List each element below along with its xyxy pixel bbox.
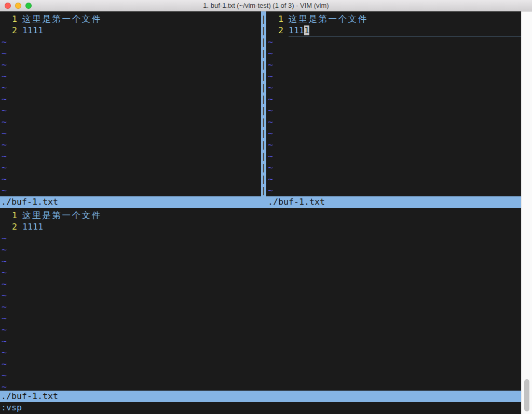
separator-glyph: | [261, 94, 266, 105]
tilde-fill: ~~~~~~~~~~~~~~ [266, 36, 521, 196]
separator-glyph: | [261, 173, 266, 185]
tilde-row: ~ [0, 244, 521, 256]
separator-glyph: | [261, 116, 266, 128]
minimize-button[interactable] [15, 3, 21, 9]
statusline-top-left-filename: ./buf-1.txt [0, 196, 266, 208]
line-number: 2 [266, 25, 283, 36]
pane-top-left[interactable]: 1 这里是第一个文件 2 1111 ~~~~~~~~~~~~~~ [0, 11, 261, 196]
line-text: 这里是第一个文件 [289, 14, 368, 25]
buffer-line: 2 1111 [0, 221, 521, 233]
separator-glyph: | [261, 128, 266, 139]
vim-editor: 1 这里是第一个文件 2 1111 ~~~~~~~~~~~~~~ |||||||… [0, 11, 521, 414]
tilde-row: ~ [0, 324, 521, 336]
tilde-row: ~ [0, 267, 521, 278]
tilde-row: ~ [0, 256, 521, 267]
line-text: 1111 [22, 221, 43, 233]
tilde-row: ~ [266, 173, 521, 185]
tilde-row: ~ [266, 94, 521, 105]
cursor-line: 1111 [289, 25, 521, 36]
tilde-fill: ~~~~~~~~~~~~~~ [0, 36, 261, 196]
separator-glyph: | [261, 71, 266, 82]
tilde-row: ~ [0, 313, 521, 324]
separator-glyph: | [261, 139, 266, 151]
tilde-row: ~ [0, 59, 261, 71]
tilde-row: ~ [266, 71, 521, 82]
line-number: 2 [0, 25, 17, 36]
tilde-row: ~ [0, 105, 261, 116]
main-area: 1 这里是第一个文件 2 1111 ~~~~~~~~~~~~~~ |||||||… [0, 11, 532, 414]
line-text: 这里是第一个文件 [22, 210, 102, 221]
tilde-row: ~ [0, 185, 261, 196]
window-controls [5, 0, 32, 11]
separator-glyph: | [261, 59, 266, 71]
line-number: 2 [0, 221, 17, 233]
separator-glyph: | [261, 185, 266, 196]
tilde-row: ~ [266, 105, 521, 116]
tilde-row: ~ [0, 290, 521, 301]
buffer-line: 1 这里是第一个文件 [0, 210, 521, 221]
tilde-row: ~ [266, 59, 521, 71]
separator-glyph: | [261, 48, 266, 59]
tilde-row: ~ [0, 347, 521, 358]
tilde-row: ~ [0, 82, 261, 94]
scrollbar-track[interactable] [521, 11, 532, 414]
line-text: 1111 [22, 25, 43, 36]
window-title: 1. buf-1.txt (~/vim-test) (1 of 3) - VIM… [203, 2, 329, 9]
tilde-row: ~ [0, 336, 521, 347]
tilde-row: ~ [0, 370, 521, 381]
tilde-row: ~ [266, 162, 521, 173]
line-number: 1 [266, 14, 283, 25]
separator-glyph: | [261, 162, 266, 173]
command-line[interactable]: :vsp [0, 402, 521, 413]
statusline-top[interactable]: ./buf-1.txt ./buf-1.txt [0, 196, 521, 208]
block-cursor: 1 [304, 25, 309, 35]
tilde-row: ~ [0, 151, 261, 162]
separator-glyph: | [261, 36, 266, 48]
tilde-row: ~ [0, 233, 521, 244]
line-text: 111 [289, 25, 304, 35]
separator-glyph: | [261, 151, 266, 162]
top-splits: 1 这里是第一个文件 2 1111 ~~~~~~~~~~~~~~ |||||||… [0, 11, 521, 196]
vertical-split-separator[interactable]: |||||||||||||||| [261, 11, 266, 196]
tilde-row: ~ [0, 139, 261, 151]
tilde-row: ~ [0, 36, 261, 48]
line-text: 这里是第一个文件 [22, 14, 102, 25]
buffer-line: 2 1111 [0, 25, 261, 36]
tilde-row: ~ [0, 173, 261, 185]
pane-top-right[interactable]: 1 这里是第一个文件 2 1111 ~~~~~~~~~~~~~~ [266, 11, 521, 196]
separator-glyph: | [261, 14, 266, 25]
statusline-bottom[interactable]: ./buf-1.txt [0, 391, 521, 402]
tilde-row: ~ [266, 139, 521, 151]
tilde-row: ~ [0, 301, 521, 313]
tilde-row: ~ [0, 94, 261, 105]
statusline-top-right-filename: ./buf-1.txt [266, 196, 521, 208]
tilde-row: ~ [0, 48, 261, 59]
zoom-button[interactable] [25, 3, 32, 9]
tilde-row: ~ [266, 36, 521, 48]
tilde-row: ~ [266, 82, 521, 94]
tilde-row: ~ [266, 48, 521, 59]
buffer-line-cursor: 2 1111 [266, 25, 521, 36]
tilde-row: ~ [0, 358, 521, 370]
separator-glyph: | [261, 25, 266, 36]
tilde-row: ~ [0, 128, 261, 139]
tilde-row: ~ [266, 151, 521, 162]
tilde-row: ~ [0, 116, 261, 128]
line-number: 1 [0, 210, 17, 221]
separator-glyph: | [261, 105, 266, 116]
tilde-row: ~ [266, 116, 521, 128]
tilde-fill: ~~~~~~~~~~~~~~ [0, 233, 521, 391]
tilde-row: ~ [266, 128, 521, 139]
tilde-row: ~ [266, 185, 521, 196]
close-button[interactable] [5, 3, 11, 9]
line-number: 1 [0, 14, 17, 25]
tilde-row: ~ [0, 162, 261, 173]
pane-bottom[interactable]: 1 这里是第一个文件 2 1111 ~~~~~~~~~~~~~~ [0, 208, 521, 391]
tilde-row: ~ [0, 71, 261, 82]
scrollbar-thumb[interactable] [524, 379, 529, 411]
tilde-row: ~ [0, 381, 521, 391]
tilde-row: ~ [0, 278, 521, 290]
titlebar[interactable]: 1. buf-1.txt (~/vim-test) (1 of 3) - VIM… [0, 0, 532, 11]
vim-app-window: 1. buf-1.txt (~/vim-test) (1 of 3) - VIM… [0, 0, 532, 414]
buffer-line: 1 这里是第一个文件 [266, 14, 521, 25]
